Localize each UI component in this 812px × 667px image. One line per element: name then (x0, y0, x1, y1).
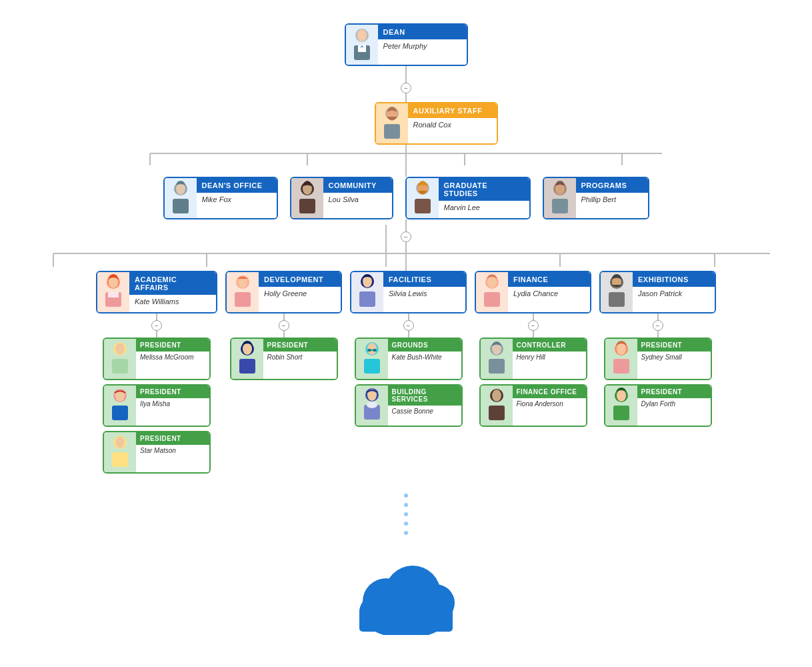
dot-4 (404, 522, 408, 526)
svg-point-70 (487, 276, 497, 288)
minus-btn-dept4[interactable]: − (653, 320, 663, 331)
sub-node-0-0: PRESIDENT Melissa McGroom (103, 338, 211, 380)
dot-3 (404, 512, 408, 516)
minus-btn-2[interactable]: − (401, 231, 411, 242)
development-col: DEVELOPMENT Holly Greene − (225, 271, 342, 380)
mid-1-title: COMMUNITY (323, 178, 392, 193)
aux-title: AUXILIARY STAFF (408, 103, 497, 118)
community-node: COMMUNITY Lou Silva (290, 177, 393, 219)
aux-avatar (376, 103, 408, 143)
svg-point-42 (115, 343, 125, 355)
dean-title: DEAN (378, 25, 467, 39)
dept-2-title: FACILITIES (383, 272, 465, 287)
mid-1-name: Lou Silva (323, 193, 392, 207)
svg-rect-40 (108, 292, 119, 297)
sub-node-2-1: BUILDING SERVICES Cassie Bonne (355, 384, 463, 427)
finance-avatar (476, 272, 508, 312)
dept-4-title: EXHIBITIONS (633, 272, 715, 287)
minus-btn-dept3[interactable]: − (528, 320, 539, 331)
dept-0-name: Kate Williams (129, 295, 216, 309)
dot-5 (404, 531, 408, 535)
dept-3-name: Lydia Chance (508, 287, 590, 301)
dept-2-name: Silvia Lewis (383, 287, 465, 301)
svg-point-48 (115, 436, 125, 448)
dean-avatar (346, 25, 378, 65)
finance-col: FINANCE Lydia Chance − (475, 271, 591, 427)
svg-rect-62 (373, 349, 377, 352)
minus-btn-1[interactable]: − (401, 83, 411, 93)
development-avatar (227, 272, 259, 312)
svg-rect-24 (384, 124, 400, 139)
development-node: DEVELOPMENT Holly Greene (225, 271, 342, 313)
conn-v1 (405, 66, 407, 83)
aux-name: Ronald Cox (408, 118, 497, 132)
svg-rect-77 (489, 406, 505, 420)
svg-rect-55 (239, 359, 255, 374)
mid-0-name: Mike Fox (197, 193, 277, 207)
svg-point-82 (617, 343, 626, 355)
finance-node: FINANCE Lydia Chance (475, 271, 591, 313)
finance-subs: CONTROLLER Henry Hill (479, 338, 587, 427)
sub-node-2-0: GROUNDS Kate Bush-White (355, 338, 463, 380)
sub-node-1-0: PRESIDENT Robin Short (230, 338, 338, 380)
svg-rect-58 (359, 291, 375, 307)
svg-rect-64 (364, 359, 380, 374)
dean-node: DEAN Peter Murphy (345, 23, 468, 66)
svg-point-76 (492, 390, 501, 402)
dot-1 (404, 494, 408, 498)
facilities-subs: GROUNDS Kate Bush-White (355, 338, 463, 427)
programs-col: PROGRAMS Phillip Bert (543, 177, 649, 219)
mid-3-name: Phillip Bert (576, 193, 648, 207)
svg-rect-46 (112, 406, 128, 420)
dean-content: DEAN Peter Murphy (378, 25, 467, 65)
grad-studies-col: GRADUATE STUDIES Marvin Lee (405, 177, 531, 219)
svg-rect-91 (359, 608, 453, 632)
svg-rect-71 (484, 292, 500, 307)
mid-3-title: PROGRAMS (576, 178, 648, 193)
minus-btn-dept0[interactable]: − (151, 320, 162, 331)
deans-office-node: DEAN'S OFFICE Mike Fox (163, 177, 278, 219)
facilities-node: FACILITIES Silvia Lewis (350, 271, 467, 313)
svg-rect-36 (552, 199, 568, 213)
community-col: COMMUNITY Lou Silva (290, 177, 393, 219)
deans-office-avatar (165, 178, 197, 218)
mid-2-name: Marvin Lee (439, 201, 529, 215)
conn-v3 (405, 145, 407, 177)
grad-studies-node: GRADUATE STUDIES Marvin Lee (405, 177, 531, 219)
dots (404, 494, 408, 535)
svg-point-18 (357, 29, 367, 41)
svg-rect-52 (235, 292, 251, 307)
conn-v2 (405, 93, 407, 102)
aux-node: AUXILIARY STAFF Ronald Cox (375, 102, 498, 145)
mid-2-title: GRADUATE STUDIES (439, 178, 529, 201)
svg-point-85 (617, 390, 626, 402)
grad-studies-avatar (407, 178, 439, 218)
svg-rect-30 (299, 199, 315, 213)
dept-1-title: DEVELOPMENT (259, 272, 341, 287)
sub-node-3-1: FINANCE OFFICE Fiona Anderson (479, 384, 587, 427)
programs-node: PROGRAMS Phillip Bert (543, 177, 649, 219)
minus-btn-dept2[interactable]: − (403, 320, 414, 331)
exhibitions-subs: PRESIDENT Sydney Small (604, 338, 712, 427)
academic-affairs-avatar (97, 272, 129, 312)
programs-avatar (544, 178, 576, 218)
sub-node-0-2: PRESIDENT Star Matson (103, 431, 211, 474)
cloud-area (346, 548, 466, 635)
dean-name: Peter Murphy (378, 39, 467, 53)
dept-0-title: ACADEMIC AFFAIRS (129, 272, 216, 295)
exhibitions-node: EXHIBITIONS Jason Patrick (599, 271, 716, 313)
minus-btn-dept1[interactable]: − (279, 320, 289, 331)
dept-1-name: Holly Greene (259, 287, 341, 301)
svg-point-54 (243, 343, 252, 355)
svg-rect-33 (415, 199, 431, 213)
facilities-col: FACILITIES Silvia Lewis − (350, 271, 467, 427)
svg-rect-80 (609, 292, 625, 307)
sub-node-0-1: PRESIDENT Ilya Misha (103, 384, 211, 427)
cloud-icon (346, 548, 466, 635)
svg-rect-43 (112, 359, 128, 374)
svg-rect-83 (613, 359, 629, 374)
sub-node-3-0: CONTROLLER Henry Hill (479, 338, 587, 380)
sub-node-4-1: PRESIDENT Dylan Forth (604, 384, 712, 427)
svg-rect-86 (613, 406, 629, 420)
facilities-avatar (351, 272, 383, 312)
